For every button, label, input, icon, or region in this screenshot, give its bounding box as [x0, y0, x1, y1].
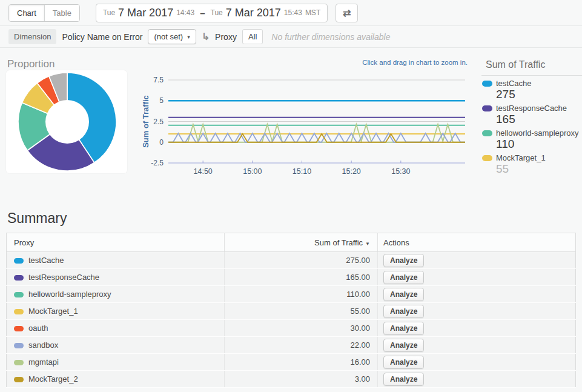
view-toggle: Chart Table: [8, 4, 80, 22]
dimension-label-chip: Dimension: [8, 29, 56, 44]
x-tick-label: 14:50: [194, 167, 213, 176]
legend-item[interactable]: MockTarget_155: [481, 153, 582, 175]
y-tick-label: -2.5: [151, 159, 164, 167]
legend-item-value: 165: [496, 113, 582, 125]
dimension-value-dropdown[interactable]: (not set) ▾: [148, 29, 196, 44]
proxy-name: sandbox: [28, 341, 58, 350]
traffic-line-chart[interactable]: 7.552.50-2.514:5015:0015:1015:2015:30Sum…: [141, 59, 471, 177]
analyze-button[interactable]: Analyze: [383, 305, 424, 318]
proxy-name: testCache: [28, 256, 64, 265]
x-tick-label: 15:10: [293, 167, 311, 176]
chart-view-button[interactable]: Chart: [9, 5, 44, 21]
table-row: oauth30.00Analyze: [7, 320, 576, 337]
legend-color-swatch: [482, 105, 492, 111]
y-axis-title: Sum of Traffic: [141, 95, 150, 148]
secondary-dimension-value[interactable]: All: [242, 29, 263, 44]
table-row: mgmtapi16.00Analyze: [7, 354, 576, 371]
proxy-name: oauth: [28, 324, 48, 333]
summary-table: Proxy Sum of Traffic▼ Actions testCache2…: [6, 233, 576, 388]
legend-items: testCache275testResponseCache165hellowor…: [481, 79, 582, 175]
sum-of-traffic-value: 165.00: [225, 269, 378, 286]
dimension-name: Policy Name on Error: [62, 32, 142, 42]
proxy-name: mgmtapi: [28, 357, 59, 367]
legend-item-value: 110: [496, 138, 582, 150]
proxy-color-swatch: [14, 343, 24, 348]
start-day: Tue: [103, 8, 115, 17]
proxy-name: MockTarget_2: [28, 374, 78, 384]
analyze-button[interactable]: Analyze: [383, 322, 424, 335]
toolbar: Chart Table Tue 7 Mar 2017 14:43 – Tue 7…: [0, 0, 582, 26]
date-range-picker[interactable]: Tue 7 Mar 2017 14:43 – Tue 7 Mar 2017 15…: [96, 4, 328, 22]
column-header-proxy[interactable]: Proxy: [7, 233, 225, 252]
dimension-value: (not set): [154, 32, 183, 41]
refresh-button[interactable]: ⇄: [336, 4, 358, 22]
proxy-name: testResponseCache: [28, 273, 99, 282]
legend-item-name: testResponseCache: [496, 104, 567, 113]
timezone-label: MST: [305, 8, 320, 17]
secondary-dimension-name: Proxy: [215, 32, 237, 42]
donut-hole: [45, 100, 89, 144]
analyze-button[interactable]: Analyze: [383, 356, 424, 369]
table-row: MockTarget_155.00Analyze: [7, 303, 576, 320]
proportion-donut-chart[interactable]: [6, 70, 127, 173]
legend-color-swatch: [482, 81, 492, 87]
table-header-row: Proxy Sum of Traffic▼ Actions: [7, 233, 576, 252]
legend-item-value: 275: [496, 88, 582, 101]
proxy-name: helloworld-sampleproxy: [28, 290, 111, 299]
end-day: Tue: [211, 8, 223, 17]
analyze-button[interactable]: Analyze: [383, 288, 424, 301]
analyze-button[interactable]: Analyze: [383, 373, 424, 386]
sum-of-traffic-value: 3.00: [225, 371, 378, 388]
proxy-color-swatch: [14, 258, 24, 264]
date-range-separator: –: [200, 8, 205, 18]
legend-item[interactable]: testResponseCache165: [481, 104, 582, 125]
sort-desc-icon: ▼: [365, 241, 370, 247]
dimension-bar: Dimension Policy Name on Error (not set)…: [0, 26, 582, 48]
legend-item-name: MockTarget_1: [496, 153, 546, 162]
sum-of-traffic-value: 110.00: [225, 286, 378, 303]
line-chart-container: Click and drag in chart to zoom in. 7.55…: [141, 59, 471, 180]
legend-color-swatch: [482, 155, 492, 161]
analyze-button[interactable]: Analyze: [383, 254, 424, 267]
legend-item[interactable]: helloworld-sampleproxy110: [481, 128, 582, 150]
column-header-actions: Actions: [378, 233, 576, 252]
column-header-sum-label: Sum of Traffic: [314, 238, 363, 247]
y-tick-label: 0: [159, 138, 164, 147]
legend-item-name: helloworld-sampleproxy: [496, 128, 579, 138]
proxy-color-swatch: [14, 275, 24, 281]
sum-of-traffic-value: 55.00: [225, 303, 378, 320]
start-date: 7 Mar 2017: [118, 7, 173, 19]
column-header-sum-of-traffic[interactable]: Sum of Traffic▼: [225, 233, 378, 252]
proxy-name: MockTarget_1: [28, 307, 78, 316]
x-tick-label: 15:20: [342, 167, 361, 176]
table-row: helloworld-sampleproxy110.00Analyze: [7, 286, 576, 303]
chevron-down-icon: ▾: [187, 34, 190, 40]
legend-item[interactable]: testCache275: [481, 79, 582, 101]
proportion-title: Proportion: [7, 58, 55, 70]
branch-arrow-icon: ↳: [202, 32, 210, 42]
table-row: MockTarget_23.00Analyze: [7, 371, 576, 388]
proxy-color-swatch: [14, 292, 24, 297]
x-tick-label: 15:00: [243, 167, 262, 176]
y-tick-label: 7.5: [153, 76, 164, 84]
proxy-color-swatch: [14, 309, 24, 314]
table-row: testCache275.00Analyze: [7, 252, 576, 269]
proxy-color-swatch: [14, 377, 24, 382]
legend-item-name: testCache: [496, 79, 532, 88]
table-row: testResponseCache165.00Analyze: [7, 269, 576, 286]
start-time: 14:43: [176, 8, 194, 17]
sum-of-traffic-value: 16.00: [225, 354, 378, 371]
end-time: 15:43: [284, 8, 302, 17]
sum-of-traffic-value: 275.00: [225, 252, 378, 269]
analyze-button[interactable]: Analyze: [383, 271, 424, 284]
summary-title: Summary: [7, 210, 575, 227]
table-view-button[interactable]: Table: [44, 5, 79, 21]
proxy-color-swatch: [14, 360, 24, 365]
end-date: 7 Mar 2017: [226, 7, 281, 19]
legend-title: Sum of Traffic: [481, 58, 582, 76]
proxy-color-swatch: [14, 326, 24, 331]
analyze-button[interactable]: Analyze: [383, 339, 424, 352]
proportion-donut-card: [6, 70, 127, 173]
y-tick-label: 5: [159, 96, 164, 105]
legend-color-swatch: [482, 130, 492, 136]
